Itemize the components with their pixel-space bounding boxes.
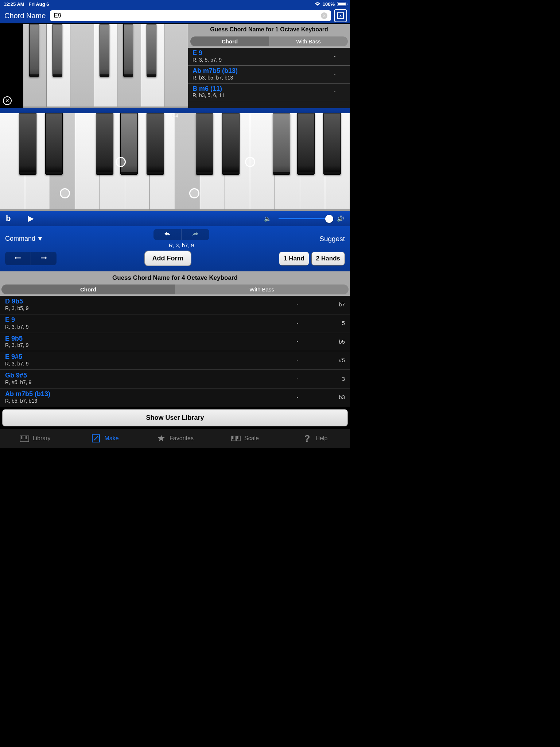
four-octave-keyboard[interactable]: C4	[0, 113, 350, 211]
chevron-down-icon: ▼	[37, 235, 43, 243]
status-time: 12:25 AM	[4, 1, 24, 7]
seg-bass-4[interactable]: With Bass	[175, 285, 349, 294]
list-item[interactable]: E 9R, 3, b7, 9-5	[0, 314, 350, 333]
guess-1oct-header: Guess Chord Name for 1 Octave Keyboard	[188, 24, 350, 35]
wifi-icon	[315, 2, 320, 6]
next-button[interactable]: 🠖	[31, 252, 57, 265]
list-item[interactable]: B m6 (11)R, b3, 5, 6, 11 -	[188, 84, 350, 101]
guess-4oct-header: Guess Chord Name for 4 Octave Keyboard	[0, 271, 350, 285]
help-icon: ?	[303, 434, 312, 443]
one-hand-button[interactable]: 1 Hand	[279, 252, 309, 266]
center-note-label: C4	[172, 113, 178, 119]
seg-bass-1[interactable]: With Bass	[269, 36, 348, 46]
current-intervals: R, 3, b7, 9	[169, 242, 194, 248]
show-user-library-button[interactable]: Show User Library	[2, 409, 348, 426]
chord-search-input[interactable]	[54, 12, 321, 19]
guess-1oct-segment: Chord With Bass	[188, 35, 350, 48]
scale-icon	[231, 434, 241, 443]
play-button[interactable]: ▶	[28, 214, 34, 223]
make-icon	[91, 434, 101, 443]
star-icon	[156, 434, 166, 443]
tab-make[interactable]: Make	[70, 429, 140, 448]
battery-pct: 100%	[323, 1, 335, 7]
accidental-label[interactable]: b	[6, 214, 20, 223]
tab-bar: Library Make Favorites Scale ? Help	[0, 429, 350, 448]
seg-chord-4[interactable]: Chord	[1, 285, 175, 294]
tab-library[interactable]: Library	[0, 429, 70, 448]
add-form-button[interactable]: Add Form	[144, 251, 191, 266]
list-item[interactable]: E 9#5R, 3, b7, 9-#5	[0, 351, 350, 370]
list-item[interactable]: Gb 9#5R, #5, b7, 9-3	[0, 370, 350, 388]
guess-4oct-segment: Chord With Bass	[0, 285, 350, 296]
top-nav: Chord Name ✕	[0, 8, 350, 23]
svg-rect-8	[237, 436, 240, 441]
status-bar: 12:25 AM Fri Aug 6 100%	[0, 0, 350, 8]
prev-button[interactable]: 🠔	[5, 252, 31, 265]
guess-4oct-list[interactable]: D 9b5R, 3, b5, 9-b7E 9R, 3, b7, 9-5E 9b5…	[0, 296, 350, 407]
command-dropdown[interactable]: Command ▼	[5, 235, 43, 243]
list-item[interactable]: E 9b5R, 3, b7, 9-b5	[0, 333, 350, 352]
status-date: Fri Aug 6	[29, 1, 49, 7]
guess-1oct-list[interactable]: E 9R, 3, 5, b7, 9 - Ab m7b5 (b13)R, b3, …	[188, 48, 350, 108]
library-icon	[20, 434, 29, 443]
tab-scale[interactable]: Scale	[210, 429, 280, 448]
suggest-button[interactable]: Suggest	[319, 235, 345, 243]
two-hands-button[interactable]: 2 Hands	[311, 252, 345, 266]
command-panel: Command ▼ R, 3, b7, 9 Suggest 🠔 🠖 Add Fo…	[0, 226, 350, 271]
list-item[interactable]: Ab m7b5 (b13)R, b5, b7, b13-b3	[0, 388, 350, 407]
one-octave-keyboard[interactable]: ✕	[0, 24, 188, 108]
volume-high-icon: 🔊	[337, 215, 344, 222]
redo-button[interactable]	[182, 229, 209, 240]
undo-button[interactable]	[153, 229, 182, 240]
volume-slider[interactable]	[279, 218, 330, 219]
chord-search-box[interactable]: ✕	[50, 10, 331, 21]
list-item[interactable]: E 9R, 3, 5, b7, 9 -	[188, 48, 350, 66]
playback-bar: b ▶ 🔈 🔊	[0, 211, 350, 226]
list-item[interactable]: Ab m7b5 (b13)R, b3, b5, b7, b13 -	[188, 66, 350, 84]
tab-favorites[interactable]: Favorites	[140, 429, 210, 448]
seg-chord-1[interactable]: Chord	[190, 36, 269, 46]
guess-4oct-panel: Guess Chord Name for 4 Octave Keyboard C…	[0, 271, 350, 407]
tab-help[interactable]: ? Help	[280, 429, 350, 448]
list-item[interactable]: D 9b5R, 3, b5, 9-b7	[0, 296, 350, 314]
page-title: Chord Name	[3, 12, 47, 20]
battery-icon	[337, 2, 346, 6]
close-keyboard-icon[interactable]: ✕	[3, 96, 12, 105]
clear-search-icon[interactable]: ✕	[321, 12, 327, 19]
volume-low-icon: 🔈	[264, 215, 271, 222]
svg-rect-7	[232, 436, 235, 441]
collapse-up-button[interactable]	[334, 9, 347, 22]
